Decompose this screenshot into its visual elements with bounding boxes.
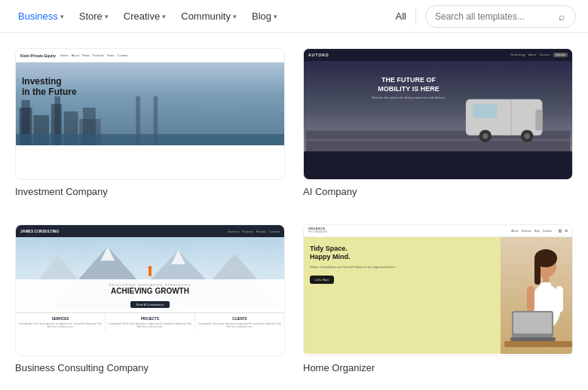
- nav-item-business[interactable]: Business ▾: [12, 8, 70, 25]
- card1-hero-title-line1: Investing: [22, 76, 77, 87]
- card4-icon-group: ⊕ ≡: [558, 228, 568, 234]
- card4-hero: Tidy Space. Happy Mind. Online Consultat…: [304, 237, 572, 354]
- card3-service-projects: PROJECTS In paragraph, lorem ipsum type …: [106, 313, 195, 332]
- card3-title: ACHIEVING GROWTH: [22, 287, 278, 295]
- card1-logo: Klein Private Equity: [20, 53, 56, 58]
- service-title-3: CLIENTS: [198, 317, 281, 321]
- card2-title: THE FUTURE OF MOBILITY IS HERE: [313, 76, 504, 93]
- search-bar: ⌕: [425, 5, 576, 28]
- svg-rect-39: [510, 337, 556, 341]
- card4-cta: Let's Start: [310, 276, 334, 284]
- template-card-ai[interactable]: AUTONO Technology About Careers Subscrib…: [303, 48, 573, 206]
- card2-text-overlay: THE FUTURE OF MOBILITY IS HERE Discover …: [313, 76, 504, 99]
- svg-rect-27: [149, 270, 152, 276]
- chevron-down-icon: ▾: [60, 13, 64, 20]
- nav-label-business: Business: [18, 11, 58, 22]
- card1-nav-links: HomeAboutNewsPortfolioTeamContact: [60, 53, 127, 57]
- card3-service-clients: CLIENTS In paragraph, lorem ipsum type d…: [195, 313, 284, 332]
- chevron-down-icon: ▾: [162, 13, 166, 20]
- card2-nav-links: Technology About Careers Subscribe: [510, 53, 568, 57]
- card3-hero: Developing Innovative Strategies ACHIEVI…: [16, 237, 284, 312]
- card3-service-services: SERVICES In paragraph, lorem ipsum type …: [16, 313, 106, 332]
- card3-label: Business Consulting Company: [15, 362, 285, 373]
- nav-item-blog[interactable]: Blog ▾: [246, 8, 283, 25]
- chevron-down-icon: ▾: [105, 13, 109, 20]
- card4-content-left: Tidy Space. Happy Mind. Online Consultat…: [304, 237, 501, 354]
- main-nav: Business ▾ Store ▾ Creative ▾ Community …: [0, 0, 588, 33]
- svg-rect-40: [504, 341, 572, 347]
- svg-point-28: [149, 266, 152, 270]
- nav-label-creative: Creative: [124, 11, 160, 22]
- template-card-investment[interactable]: Klein Private Equity HomeAboutNewsPortfo…: [15, 48, 285, 206]
- card2-subtitle: Discover the safest self-driving experie…: [313, 96, 504, 99]
- service-text-3: In paragraph, lorem ipsum type duis tur …: [198, 322, 281, 328]
- svg-rect-10: [16, 134, 284, 145]
- card1-hero-title-line2: in the Future: [22, 87, 77, 97]
- card1-label: Investment Company: [15, 186, 285, 197]
- template-card-home-organizer[interactable]: ORGANIZE PRO ORGANIZER AboutServicesBlog…: [303, 224, 573, 382]
- card2-hero: THE FUTURE OF MOBILITY IS HERE Discover …: [304, 61, 572, 151]
- svg-rect-14: [473, 104, 497, 117]
- svg-point-19: [524, 133, 529, 139]
- card2-label: AI Company: [303, 186, 573, 197]
- svg-point-17: [482, 133, 488, 139]
- all-filter-button[interactable]: All: [387, 8, 416, 25]
- search-input[interactable]: [435, 11, 553, 22]
- card3-services-row: SERVICES In paragraph, lorem ipsum type …: [16, 312, 284, 332]
- svg-rect-38: [513, 312, 552, 334]
- card4-title: Tidy Space. Happy Mind.: [310, 245, 495, 261]
- svg-rect-20: [535, 110, 542, 131]
- svg-rect-31: [534, 258, 541, 285]
- card4-image-right: [501, 237, 572, 354]
- chevron-down-icon: ▾: [274, 13, 277, 20]
- template-grid: Klein Private Equity HomeAboutNewsPortfo…: [0, 33, 588, 390]
- service-text-1: In paragraph, lorem ipsum type duis tur …: [19, 322, 102, 328]
- svg-rect-36: [556, 286, 563, 312]
- service-text-2: In paragraph, lorem ipsum type duis tur …: [109, 322, 191, 328]
- card2-logo: AUTONO: [308, 53, 329, 57]
- card4-nav-links: AboutServicesBlogContact: [511, 230, 552, 233]
- card3-cta: Book A Consultation: [130, 301, 170, 308]
- card4-nav: ORGANIZE PRO ORGANIZER AboutServicesBlog…: [304, 225, 572, 237]
- card4-label: Home Organizer: [303, 362, 573, 373]
- nav-item-community[interactable]: Community ▾: [175, 8, 243, 25]
- card3-logo: JAMES CONSULTING: [20, 229, 59, 233]
- search-icon: ⊕: [558, 228, 562, 234]
- car-scene-icon: [304, 61, 572, 151]
- service-title-1: SERVICES: [19, 317, 102, 321]
- chevron-down-icon: ▾: [233, 13, 237, 20]
- nav-label-community: Community: [181, 11, 231, 22]
- nav-item-creative[interactable]: Creative ▾: [118, 8, 172, 25]
- card1-title-overlay: Investing in the Future: [22, 76, 77, 98]
- card3-overlay: Developing Innovative Strategies ACHIEVI…: [16, 279, 284, 312]
- card2-nav: AUTONO Technology About Careers Subscrib…: [304, 49, 572, 61]
- service-title-2: PROJECTS: [109, 317, 191, 321]
- card4-logo-group: ORGANIZE PRO ORGANIZER: [308, 228, 327, 233]
- woman-figure-icon: [504, 245, 572, 354]
- card3-nav: JAMES CONSULTING ServicesProjectsResults…: [16, 225, 284, 237]
- menu-icon: ≡: [565, 228, 568, 234]
- city-skyline-icon: [16, 93, 284, 145]
- search-icon-button[interactable]: ⌕: [557, 9, 566, 24]
- nav-item-store[interactable]: Store ▾: [73, 8, 115, 25]
- svg-rect-35: [527, 286, 534, 312]
- nav-label-store: Store: [79, 11, 103, 22]
- nav-label-blog: Blog: [252, 11, 271, 22]
- template-card-consulting[interactable]: JAMES CONSULTING ServicesProjectsResults…: [15, 224, 285, 382]
- card4-subtitle: Online Consultation and Tutorial Videos …: [310, 265, 495, 270]
- svg-rect-34: [541, 282, 551, 294]
- card1-hero-image: Investing in the Future: [16, 62, 284, 145]
- card3-nav-links: ServicesProjectsResultsContact: [228, 230, 280, 233]
